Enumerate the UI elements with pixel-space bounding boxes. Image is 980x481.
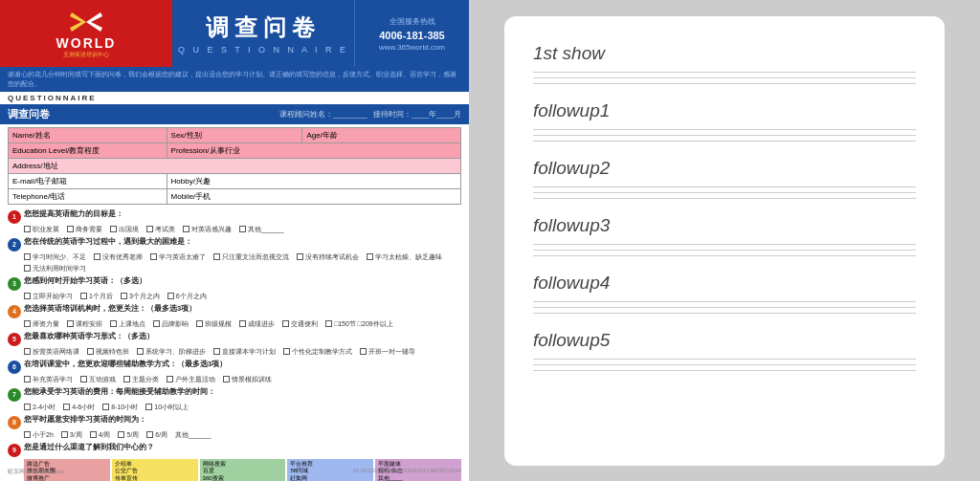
watermark-left: 昵享网 www.nipic.com bbox=[8, 468, 64, 476]
question-8: 8 您平时愿意安排学习英语的时间为： 小于2h 3/周 4/周 5/周 6/周 … bbox=[8, 415, 461, 440]
question-6: 6 在培训课堂中，您更欢迎哪些辅助教学方式：（最多选3项） 补充英语学习 互动游… bbox=[8, 360, 461, 384]
f3-line-3 bbox=[533, 255, 916, 256]
sub-header: 谢谢心的花几分钟时间填写下面的问卷，我们会根据您的建议，提出适合您的学习计划。请… bbox=[0, 67, 469, 92]
card: 1st show followup1 followup2 followup3 bbox=[504, 16, 945, 466]
brand-sub: 五洲英语培训中心 bbox=[63, 51, 109, 59]
question-5: 5 您最喜欢哪种英语学习形式：（多选） 按需英语网络课 视频特色班 系统学习、阶… bbox=[8, 332, 461, 357]
form-title-box: 调查问卷 课程顾问姓名：________ 接待时间：____年____月 bbox=[0, 104, 469, 124]
title-section: 调查问卷 Q U E S T I O N N A I R E bbox=[172, 0, 354, 67]
label-followup3: followup3 bbox=[533, 215, 916, 236]
f2-line-3 bbox=[533, 198, 916, 199]
right-panel: 1st show followup1 followup2 followup3 bbox=[469, 0, 980, 481]
question-4: 4 您选择英语培训机构时，您更关注：（最多选3项） 师资力量 课程安排 上课地点… bbox=[8, 304, 461, 329]
f5-line-2 bbox=[533, 364, 916, 365]
title-cn: 调查问卷 bbox=[206, 12, 321, 43]
course-info: 课程顾问姓名：________ 接待时间：____年____月 bbox=[279, 109, 461, 120]
f3-line-1 bbox=[533, 244, 916, 245]
line-2 bbox=[533, 77, 916, 78]
label-followup1: followup1 bbox=[533, 100, 916, 121]
f2-line-1 bbox=[533, 186, 916, 187]
line-1 bbox=[533, 72, 916, 73]
card-section-followup1: followup1 bbox=[533, 93, 916, 150]
f5-line-1 bbox=[533, 359, 916, 360]
card-section-followup3: followup3 bbox=[533, 208, 916, 265]
watermark-right: ID:19222916 NO:20150315115603570194 bbox=[353, 468, 461, 476]
f1-line-2 bbox=[533, 135, 916, 136]
left-panel: WORLD 五洲英语培训中心 调查问卷 Q U E S T I O N N A … bbox=[0, 0, 469, 481]
header-area: WORLD 五洲英语培训中心 调查问卷 Q U E S T I O N N A … bbox=[0, 0, 469, 67]
f1-line-1 bbox=[533, 129, 916, 130]
logo-section: WORLD 五洲英语培训中心 bbox=[0, 0, 172, 67]
card-section-followup4: followup4 bbox=[533, 265, 916, 322]
hotline-website: www.365world.com bbox=[379, 43, 445, 52]
question-7: 7 您能承受学习英语的费用：每周能接受辅助教学的时间： 2-4小时 4-6小时 … bbox=[8, 387, 461, 412]
brand-name: WORLD bbox=[56, 35, 117, 51]
hotline-label: 全国服务热线 bbox=[390, 16, 435, 27]
label-followup5: followup5 bbox=[533, 330, 916, 351]
questionnaire-label: QUESTIONNAIRE bbox=[0, 92, 469, 104]
line-3 bbox=[533, 83, 916, 84]
form-title: 调查问卷 bbox=[8, 107, 50, 121]
f1-line-3 bbox=[533, 141, 916, 142]
card-section-followup5: followup5 bbox=[533, 322, 916, 380]
label-followup4: followup4 bbox=[533, 273, 916, 294]
question-3: 3 您感到何时开始学习英语：（多选） 立即开始学习 1个月后 3个月之内 6个月… bbox=[8, 276, 461, 301]
f4-line-3 bbox=[533, 313, 916, 314]
f3-line-2 bbox=[533, 250, 916, 251]
card-section-followup2: followup2 bbox=[533, 150, 916, 208]
label-1st-show: 1st show bbox=[533, 43, 916, 64]
hotline-number: 4006-181-385 bbox=[379, 30, 445, 41]
card-section-1st-show: 1st show bbox=[533, 35, 916, 93]
f5-line-3 bbox=[533, 370, 916, 371]
f4-line-2 bbox=[533, 307, 916, 308]
label-followup2: followup2 bbox=[533, 158, 916, 179]
watermark-area: 昵享网 www.nipic.com ID:19222916 NO:2015031… bbox=[0, 468, 469, 476]
title-en: Q U E S T I O N N A I R E bbox=[178, 45, 348, 55]
question-2: 2 您在传统的英语学习过程中，遇到最大的困难是： 学习时间少、不足 没有优秀老师… bbox=[8, 237, 461, 273]
info-table: Name/姓名 Sex/性别 Age/年龄 Education Level/教育… bbox=[8, 127, 461, 205]
question-1: 1 您想提高英语能力的目标是： 职业发展 商务需要 出国境 考试类 对英语感兴趣… bbox=[8, 209, 461, 234]
logo-icon bbox=[62, 9, 110, 35]
f4-line-1 bbox=[533, 301, 916, 302]
questions-area: 1 您想提高英语能力的目标是： 职业发展 商务需要 出国境 考试类 对英语感兴趣… bbox=[0, 208, 469, 481]
hotline-section: 全国服务热线 4006-181-385 www.365world.com bbox=[354, 0, 469, 67]
f2-line-2 bbox=[533, 192, 916, 193]
